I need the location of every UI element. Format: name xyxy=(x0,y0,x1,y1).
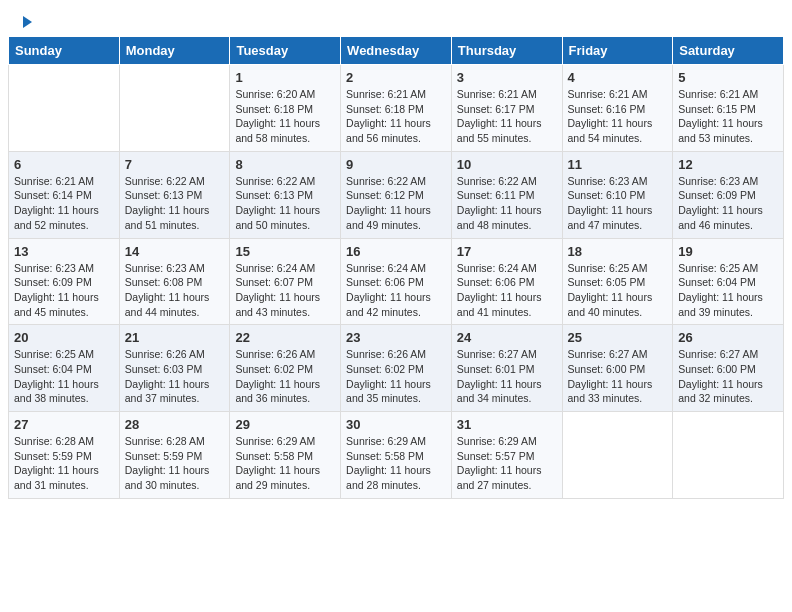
calendar-cell xyxy=(562,412,673,499)
calendar-cell xyxy=(673,412,784,499)
day-number: 15 xyxy=(235,244,335,259)
day-number: 8 xyxy=(235,157,335,172)
day-info: Sunrise: 6:25 AM Sunset: 6:05 PM Dayligh… xyxy=(568,261,668,320)
day-number: 6 xyxy=(14,157,114,172)
calendar-cell: 28Sunrise: 6:28 AM Sunset: 5:59 PM Dayli… xyxy=(119,412,230,499)
calendar-cell: 30Sunrise: 6:29 AM Sunset: 5:58 PM Dayli… xyxy=(341,412,452,499)
day-number: 10 xyxy=(457,157,557,172)
calendar-cell: 9Sunrise: 6:22 AM Sunset: 6:12 PM Daylig… xyxy=(341,151,452,238)
day-info: Sunrise: 6:23 AM Sunset: 6:09 PM Dayligh… xyxy=(14,261,114,320)
day-info: Sunrise: 6:21 AM Sunset: 6:14 PM Dayligh… xyxy=(14,174,114,233)
calendar-cell: 20Sunrise: 6:25 AM Sunset: 6:04 PM Dayli… xyxy=(9,325,120,412)
day-info: Sunrise: 6:24 AM Sunset: 6:06 PM Dayligh… xyxy=(457,261,557,320)
day-number: 5 xyxy=(678,70,778,85)
week-row-5: 27Sunrise: 6:28 AM Sunset: 5:59 PM Dayli… xyxy=(9,412,784,499)
calendar-cell: 1Sunrise: 6:20 AM Sunset: 6:18 PM Daylig… xyxy=(230,65,341,152)
day-info: Sunrise: 6:20 AM Sunset: 6:18 PM Dayligh… xyxy=(235,87,335,146)
day-info: Sunrise: 6:26 AM Sunset: 6:02 PM Dayligh… xyxy=(235,347,335,406)
calendar-cell: 14Sunrise: 6:23 AM Sunset: 6:08 PM Dayli… xyxy=(119,238,230,325)
day-info: Sunrise: 6:22 AM Sunset: 6:13 PM Dayligh… xyxy=(235,174,335,233)
day-info: Sunrise: 6:24 AM Sunset: 6:07 PM Dayligh… xyxy=(235,261,335,320)
calendar-cell: 2Sunrise: 6:21 AM Sunset: 6:18 PM Daylig… xyxy=(341,65,452,152)
day-info: Sunrise: 6:21 AM Sunset: 6:15 PM Dayligh… xyxy=(678,87,778,146)
day-header-tuesday: Tuesday xyxy=(230,37,341,65)
calendar-cell: 12Sunrise: 6:23 AM Sunset: 6:09 PM Dayli… xyxy=(673,151,784,238)
logo-icon xyxy=(23,16,32,28)
calendar-cell: 21Sunrise: 6:26 AM Sunset: 6:03 PM Dayli… xyxy=(119,325,230,412)
calendar-cell: 11Sunrise: 6:23 AM Sunset: 6:10 PM Dayli… xyxy=(562,151,673,238)
day-number: 21 xyxy=(125,330,225,345)
calendar-cell: 19Sunrise: 6:25 AM Sunset: 6:04 PM Dayli… xyxy=(673,238,784,325)
day-number: 2 xyxy=(346,70,446,85)
day-number: 9 xyxy=(346,157,446,172)
day-info: Sunrise: 6:29 AM Sunset: 5:58 PM Dayligh… xyxy=(346,434,446,493)
day-number: 19 xyxy=(678,244,778,259)
day-info: Sunrise: 6:28 AM Sunset: 5:59 PM Dayligh… xyxy=(14,434,114,493)
day-number: 4 xyxy=(568,70,668,85)
calendar-cell xyxy=(119,65,230,152)
day-info: Sunrise: 6:27 AM Sunset: 6:00 PM Dayligh… xyxy=(568,347,668,406)
day-number: 24 xyxy=(457,330,557,345)
day-number: 3 xyxy=(457,70,557,85)
header-row: SundayMondayTuesdayWednesdayThursdayFrid… xyxy=(9,37,784,65)
day-number: 23 xyxy=(346,330,446,345)
calendar-header: SundayMondayTuesdayWednesdayThursdayFrid… xyxy=(9,37,784,65)
day-info: Sunrise: 6:27 AM Sunset: 6:01 PM Dayligh… xyxy=(457,347,557,406)
calendar-cell: 6Sunrise: 6:21 AM Sunset: 6:14 PM Daylig… xyxy=(9,151,120,238)
calendar-cell: 31Sunrise: 6:29 AM Sunset: 5:57 PM Dayli… xyxy=(451,412,562,499)
day-info: Sunrise: 6:21 AM Sunset: 6:16 PM Dayligh… xyxy=(568,87,668,146)
calendar-cell: 29Sunrise: 6:29 AM Sunset: 5:58 PM Dayli… xyxy=(230,412,341,499)
day-number: 29 xyxy=(235,417,335,432)
day-info: Sunrise: 6:21 AM Sunset: 6:18 PM Dayligh… xyxy=(346,87,446,146)
day-info: Sunrise: 6:23 AM Sunset: 6:10 PM Dayligh… xyxy=(568,174,668,233)
day-info: Sunrise: 6:27 AM Sunset: 6:00 PM Dayligh… xyxy=(678,347,778,406)
day-info: Sunrise: 6:21 AM Sunset: 6:17 PM Dayligh… xyxy=(457,87,557,146)
calendar-body: 1Sunrise: 6:20 AM Sunset: 6:18 PM Daylig… xyxy=(9,65,784,499)
day-number: 1 xyxy=(235,70,335,85)
day-header-wednesday: Wednesday xyxy=(341,37,452,65)
day-info: Sunrise: 6:24 AM Sunset: 6:06 PM Dayligh… xyxy=(346,261,446,320)
calendar-cell: 3Sunrise: 6:21 AM Sunset: 6:17 PM Daylig… xyxy=(451,65,562,152)
week-row-1: 1Sunrise: 6:20 AM Sunset: 6:18 PM Daylig… xyxy=(9,65,784,152)
day-number: 26 xyxy=(678,330,778,345)
day-number: 13 xyxy=(14,244,114,259)
day-header-monday: Monday xyxy=(119,37,230,65)
calendar-cell: 7Sunrise: 6:22 AM Sunset: 6:13 PM Daylig… xyxy=(119,151,230,238)
day-info: Sunrise: 6:22 AM Sunset: 6:11 PM Dayligh… xyxy=(457,174,557,233)
day-info: Sunrise: 6:28 AM Sunset: 5:59 PM Dayligh… xyxy=(125,434,225,493)
day-info: Sunrise: 6:26 AM Sunset: 6:02 PM Dayligh… xyxy=(346,347,446,406)
day-info: Sunrise: 6:29 AM Sunset: 5:57 PM Dayligh… xyxy=(457,434,557,493)
day-info: Sunrise: 6:22 AM Sunset: 6:13 PM Dayligh… xyxy=(125,174,225,233)
day-number: 7 xyxy=(125,157,225,172)
calendar-cell: 10Sunrise: 6:22 AM Sunset: 6:11 PM Dayli… xyxy=(451,151,562,238)
calendar-cell: 24Sunrise: 6:27 AM Sunset: 6:01 PM Dayli… xyxy=(451,325,562,412)
day-info: Sunrise: 6:23 AM Sunset: 6:09 PM Dayligh… xyxy=(678,174,778,233)
calendar-cell: 4Sunrise: 6:21 AM Sunset: 6:16 PM Daylig… xyxy=(562,65,673,152)
calendar-cell: 17Sunrise: 6:24 AM Sunset: 6:06 PM Dayli… xyxy=(451,238,562,325)
calendar-cell: 27Sunrise: 6:28 AM Sunset: 5:59 PM Dayli… xyxy=(9,412,120,499)
day-info: Sunrise: 6:22 AM Sunset: 6:12 PM Dayligh… xyxy=(346,174,446,233)
header xyxy=(0,0,792,36)
day-info: Sunrise: 6:23 AM Sunset: 6:08 PM Dayligh… xyxy=(125,261,225,320)
logo xyxy=(20,16,32,28)
day-number: 22 xyxy=(235,330,335,345)
day-header-thursday: Thursday xyxy=(451,37,562,65)
day-number: 31 xyxy=(457,417,557,432)
day-number: 28 xyxy=(125,417,225,432)
day-number: 30 xyxy=(346,417,446,432)
calendar-cell: 26Sunrise: 6:27 AM Sunset: 6:00 PM Dayli… xyxy=(673,325,784,412)
day-number: 16 xyxy=(346,244,446,259)
day-header-saturday: Saturday xyxy=(673,37,784,65)
day-number: 20 xyxy=(14,330,114,345)
calendar-cell xyxy=(9,65,120,152)
calendar-cell: 25Sunrise: 6:27 AM Sunset: 6:00 PM Dayli… xyxy=(562,325,673,412)
calendar-cell: 8Sunrise: 6:22 AM Sunset: 6:13 PM Daylig… xyxy=(230,151,341,238)
day-number: 11 xyxy=(568,157,668,172)
week-row-3: 13Sunrise: 6:23 AM Sunset: 6:09 PM Dayli… xyxy=(9,238,784,325)
day-header-friday: Friday xyxy=(562,37,673,65)
calendar-cell: 16Sunrise: 6:24 AM Sunset: 6:06 PM Dayli… xyxy=(341,238,452,325)
day-number: 25 xyxy=(568,330,668,345)
day-info: Sunrise: 6:26 AM Sunset: 6:03 PM Dayligh… xyxy=(125,347,225,406)
week-row-4: 20Sunrise: 6:25 AM Sunset: 6:04 PM Dayli… xyxy=(9,325,784,412)
calendar-cell: 23Sunrise: 6:26 AM Sunset: 6:02 PM Dayli… xyxy=(341,325,452,412)
